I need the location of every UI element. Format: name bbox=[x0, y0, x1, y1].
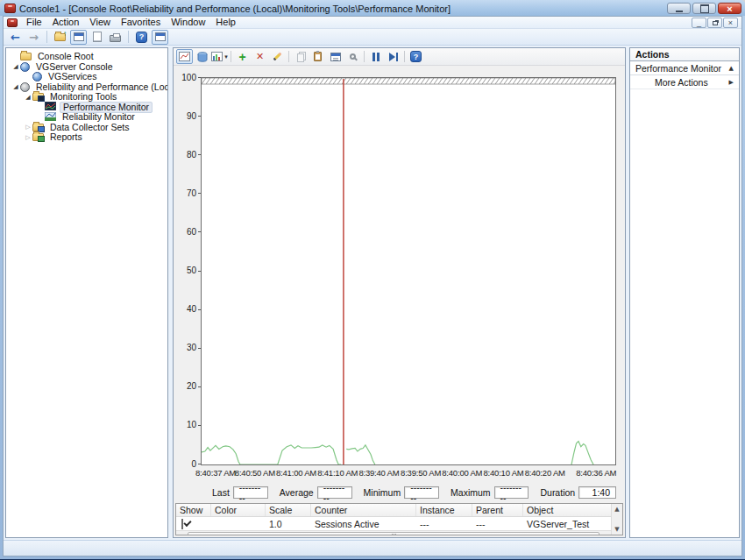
print-button[interactable] bbox=[107, 30, 124, 45]
minimum-value: --------- bbox=[404, 486, 439, 499]
change-graph-type-button[interactable]: ▾ bbox=[211, 49, 228, 64]
perfmon-toolbar: ▾ + ✕ ? bbox=[174, 48, 625, 66]
performance-monitor-view: ▾ + ✕ ? bbox=[173, 47, 626, 538]
tree-item-reports[interactable]: ▷ Reports bbox=[6, 132, 167, 143]
more-actions-item[interactable]: More Actions ▶ bbox=[630, 75, 739, 89]
console-globe-icon bbox=[20, 62, 30, 72]
col-parent[interactable]: Parent bbox=[472, 504, 523, 516]
show-hide-action-pane-button[interactable] bbox=[152, 30, 168, 45]
horizontal-scrollbar[interactable]: ◄ ► bbox=[176, 530, 611, 535]
tree-item-label: VGServer Console bbox=[33, 62, 116, 72]
maximize-button[interactable] bbox=[692, 3, 716, 14]
add-counter-button[interactable]: + bbox=[234, 49, 251, 64]
zoom-button[interactable] bbox=[344, 49, 361, 64]
tree-item-vgservices[interactable]: VGServices bbox=[6, 72, 167, 82]
scroll-down-icon[interactable]: ▼ bbox=[612, 524, 622, 535]
actions-pane-title: Actions bbox=[630, 48, 739, 61]
menu-help[interactable]: Help bbox=[210, 17, 241, 28]
tree-item-reliability-monitor[interactable]: Reliability Monitor bbox=[6, 112, 167, 123]
more-actions-arrow-icon: ▶ bbox=[729, 79, 734, 86]
view-current-activity-button[interactable] bbox=[176, 49, 193, 64]
delete-counter-button[interactable]: ✕ bbox=[252, 49, 268, 64]
y-axis-tick-mark bbox=[198, 154, 201, 155]
paste-counter-list-button[interactable] bbox=[309, 49, 326, 64]
menu-view[interactable]: View bbox=[84, 17, 116, 28]
menu-window[interactable]: Window bbox=[166, 17, 210, 28]
y-axis-tick-mark bbox=[198, 77, 201, 78]
series-line bbox=[571, 442, 593, 465]
toolbar-separator bbox=[404, 51, 405, 62]
up-one-level-button[interactable] bbox=[52, 30, 68, 45]
tree-item-data-collector-sets[interactable]: ▷ Data Collector Sets bbox=[6, 123, 167, 133]
scroll-left-icon[interactable]: ◄ bbox=[176, 531, 187, 535]
console-tree-panel: Console Root ◢ VGServer Console VGServic… bbox=[5, 47, 168, 538]
x-axis-tick-label: 8:40:50 AM bbox=[235, 468, 275, 478]
col-scale[interactable]: Scale bbox=[266, 504, 311, 516]
forward-icon: → bbox=[29, 31, 39, 44]
vertical-scrollbar[interactable]: ▲ ▼ bbox=[611, 504, 622, 535]
monitoring-tools-folder-icon bbox=[32, 93, 44, 101]
tree-item-console-root[interactable]: Console Root bbox=[6, 52, 167, 62]
back-button[interactable]: ← bbox=[7, 30, 24, 45]
child-restore-button[interactable] bbox=[707, 18, 722, 28]
perfmon-help-button[interactable]: ? bbox=[408, 49, 424, 64]
menu-favorites[interactable]: Favorites bbox=[116, 17, 166, 28]
y-axis-tick-mark bbox=[198, 348, 201, 349]
export-list-button[interactable] bbox=[89, 30, 105, 45]
col-color[interactable]: Color bbox=[211, 504, 266, 516]
highlight-pencil-icon bbox=[273, 53, 282, 61]
x-axis-tick-label: 8:41:10 AM bbox=[317, 468, 358, 478]
close-button[interactable] bbox=[718, 3, 741, 14]
col-counter[interactable]: Counter bbox=[311, 504, 416, 516]
menu-action[interactable]: Action bbox=[47, 17, 85, 28]
scrollbar-thumb[interactable] bbox=[188, 532, 600, 535]
y-axis-tick-mark bbox=[198, 231, 201, 232]
freeze-display-button[interactable] bbox=[367, 49, 384, 64]
child-window-icon[interactable] bbox=[7, 18, 18, 27]
collapsed-expander-icon[interactable]: ▷ bbox=[24, 123, 32, 131]
scroll-up-icon[interactable]: ▲ bbox=[612, 504, 622, 514]
scroll-right-icon[interactable]: ► bbox=[600, 531, 611, 535]
show-hide-console-tree-button[interactable] bbox=[70, 30, 87, 45]
expanded-expander-icon[interactable]: ◢ bbox=[11, 62, 20, 71]
tree-item-label: Reliability and Performance (Local) bbox=[33, 82, 168, 92]
gauge-icon bbox=[20, 82, 30, 92]
actions-group-label: Performance Monitor bbox=[635, 63, 721, 74]
copy-properties-button[interactable] bbox=[292, 49, 309, 64]
menu-file[interactable]: File bbox=[21, 17, 47, 28]
show-checkbox[interactable] bbox=[181, 519, 183, 529]
title-bar[interactable]: Console1 - [Console Root\Reliability and… bbox=[0, 0, 745, 16]
actions-group-performance-monitor[interactable]: Performance Monitor ▲ bbox=[630, 61, 739, 75]
forward-button[interactable]: → bbox=[25, 30, 42, 45]
counter-row[interactable]: 1.0 Sessions Active --- --- VGServer_Tes… bbox=[176, 517, 611, 530]
y-axis-tick-label: 30 bbox=[174, 343, 196, 352]
minimize-button[interactable] bbox=[667, 3, 691, 14]
object-cell: VGServer_Test bbox=[523, 519, 611, 529]
tree-item-monitoring-tools[interactable]: ◢ Monitoring Tools bbox=[6, 92, 167, 103]
printer-icon bbox=[110, 35, 121, 42]
collapse-chevron-icon[interactable]: ▲ bbox=[729, 65, 734, 72]
child-minimize-button[interactable]: _ bbox=[692, 18, 706, 28]
y-axis-tick-mark bbox=[198, 386, 201, 387]
col-object[interactable]: Object bbox=[523, 504, 611, 516]
x-axis-tick-label: 8:39:40 AM bbox=[358, 468, 399, 478]
help-button[interactable]: ? bbox=[133, 30, 150, 45]
expanded-expander-icon[interactable]: ◢ bbox=[11, 82, 20, 91]
expanded-expander-icon[interactable]: ◢ bbox=[24, 93, 32, 102]
scale-cell: 1.0 bbox=[266, 519, 311, 529]
col-instance[interactable]: Instance bbox=[416, 504, 472, 516]
performance-monitor-icon bbox=[45, 102, 56, 112]
tree-item-label: Monitoring Tools bbox=[47, 92, 119, 102]
line-chart-icon bbox=[179, 52, 190, 61]
collapsed-expander-icon[interactable]: ▷ bbox=[24, 133, 32, 142]
update-data-button[interactable] bbox=[385, 49, 401, 64]
pause-icon bbox=[372, 53, 380, 61]
graph-type-icon bbox=[211, 52, 223, 61]
properties-button[interactable] bbox=[327, 49, 344, 64]
menu-bar: File Action View Favorites Window Help _… bbox=[4, 17, 741, 29]
child-close-button[interactable]: × bbox=[723, 18, 738, 28]
clipboard-icon bbox=[314, 52, 322, 61]
col-show[interactable]: Show bbox=[176, 504, 211, 516]
highlight-button[interactable] bbox=[269, 49, 286, 64]
view-log-data-button[interactable] bbox=[194, 49, 210, 64]
